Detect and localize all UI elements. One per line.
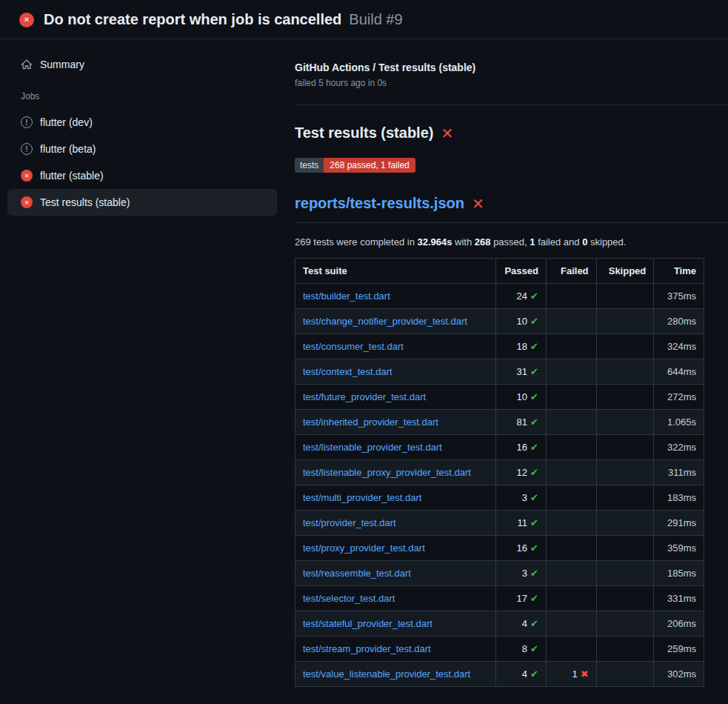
x-circle-icon: ✕: [19, 13, 34, 27]
sidebar-job-item[interactable]: ! flutter (beta): [7, 136, 277, 162]
time-cell: 331ms: [654, 586, 704, 611]
table-row: test/builder_test.dart 24✔ ✖ 375ms: [295, 284, 704, 309]
suite-cell: test/builder_test.dart: [295, 284, 496, 309]
table-row: test/stateful_provider_test.dart 4✔ ✖ 20…: [295, 611, 704, 637]
failed-cell: ✖: [546, 410, 596, 435]
col-passed: Passed: [496, 259, 547, 284]
failed-cell: ✖: [546, 536, 596, 561]
table-row: test/provider_test.dart 11✔ ✖ 291ms: [295, 511, 704, 536]
failed-cell: ✖: [546, 309, 596, 334]
section-title-row: Test results (stable) ✕: [295, 124, 704, 142]
suite-cell: test/listenable_provider_test.dart: [295, 435, 496, 460]
sidebar-job-item[interactable]: ✕ Test results (stable): [7, 189, 277, 216]
check-icon: ✔: [530, 290, 538, 302]
jobs-list: ! flutter (dev) ! flutter (beta) ✕ flutt…: [7, 109, 277, 216]
home-icon: [21, 59, 33, 70]
table-row: test/listenable_provider_test.dart 16✔ ✖…: [295, 435, 704, 460]
passed-cell: 3✔: [496, 561, 547, 586]
sidebar: Summary Jobs ! flutter (dev) ! flutter (…: [0, 39, 284, 216]
time-cell: 206ms: [654, 611, 704, 637]
sidebar-job-item[interactable]: ! flutter (dev): [7, 109, 277, 136]
col-skipped: Skipped: [596, 259, 654, 284]
summary-label: Summary: [40, 59, 84, 70]
test-suite-link[interactable]: test/consumer_test.dart: [303, 341, 404, 352]
failed-cell: ✖: [546, 611, 596, 637]
test-suite-link[interactable]: test/change_notifier_provider_test.dart: [303, 316, 467, 327]
check-icon: ✔: [530, 618, 538, 629]
sidebar-job-label: Test results (stable): [40, 196, 130, 208]
test-suite-link[interactable]: test/selector_test.dart: [303, 593, 395, 604]
table-row: test/proxy_provider_test.dart 16✔ ✖ 359m…: [295, 536, 704, 561]
suite-cell: test/context_test.dart: [295, 359, 496, 385]
run-meta: failed 5 hours ago in 0s: [295, 78, 704, 88]
suite-cell: test/selector_test.dart: [295, 586, 496, 611]
passed-cell: 81✔: [496, 410, 547, 435]
time-cell: 375ms: [654, 284, 704, 309]
suite-cell: test/proxy_provider_test.dart: [295, 536, 496, 561]
passed-cell: 10✔: [496, 309, 547, 334]
report-file-link[interactable]: reports/test-results.json: [295, 195, 464, 212]
skipped-cell: [596, 586, 654, 611]
x-circle-icon: ✕: [21, 196, 33, 208]
skipped-cell: [596, 435, 654, 460]
passed-cell: 31✔: [496, 359, 547, 385]
test-suite-link[interactable]: test/stateful_provider_test.dart: [303, 618, 433, 629]
passed-cell: 16✔: [496, 435, 547, 460]
failed-cell: ✖: [546, 485, 596, 511]
check-icon: ✔: [530, 643, 538, 654]
sidebar-item-summary[interactable]: Summary: [7, 51, 277, 78]
skipped-cell: [596, 359, 654, 385]
test-suite-link[interactable]: test/inherited_provider_test.dart: [303, 416, 438, 428]
table-row: test/inherited_provider_test.dart 81✔ ✖ …: [295, 410, 704, 435]
failed-cell: ✖: [546, 359, 596, 385]
skipped-cell: [596, 385, 654, 410]
failed-cell: 1✖: [546, 662, 596, 687]
check-icon: ✔: [530, 568, 538, 579]
sidebar-job-label: flutter (stable): [40, 170, 104, 182]
table-row: test/selector_test.dart 17✔ ✖ 331ms: [295, 586, 704, 611]
test-suite-link[interactable]: test/stream_provider_test.dart: [303, 643, 431, 654]
check-icon: ✔: [530, 366, 538, 377]
suite-cell: test/reassemble_test.dart: [295, 561, 496, 586]
time-cell: 324ms: [654, 334, 704, 359]
skipped-cell: [596, 334, 654, 359]
test-suite-link[interactable]: test/future_provider_test.dart: [303, 391, 426, 402]
check-icon: ✔: [530, 341, 538, 352]
skipped-cell: [596, 611, 654, 637]
test-suite-link[interactable]: test/listenable_proxy_provider_test.dart: [303, 467, 471, 478]
passed-cell: 4✔: [496, 611, 547, 637]
time-cell: 644ms: [654, 359, 704, 385]
passed-cell: 12✔: [496, 460, 547, 485]
time-cell: 311ms: [654, 460, 704, 485]
test-suite-link[interactable]: test/context_test.dart: [303, 366, 393, 377]
test-suite-link[interactable]: test/value_listenable_provider_test.dart: [303, 668, 470, 680]
run-header: ✕ Do not create report when job is cance…: [0, 0, 728, 39]
divider: [295, 104, 728, 105]
test-suite-link[interactable]: test/builder_test.dart: [303, 290, 390, 302]
time-cell: 259ms: [654, 637, 704, 662]
skipped-cell: [596, 536, 654, 561]
check-icon: ✔: [530, 316, 538, 327]
test-suite-link[interactable]: test/multi_provider_test.dart: [303, 492, 421, 503]
passed-cell: 16✔: [496, 536, 547, 561]
suite-cell: test/inherited_provider_test.dart: [295, 410, 496, 435]
test-suite-link[interactable]: test/proxy_provider_test.dart: [303, 542, 425, 554]
failed-cell: ✖: [546, 561, 596, 586]
col-failed: Failed: [546, 259, 596, 284]
check-icon: ✔: [530, 416, 538, 428]
passed-cell: 24✔: [496, 284, 547, 309]
passed-cell: 11✔: [496, 511, 547, 536]
sidebar-job-item[interactable]: ✕ flutter (stable): [7, 162, 277, 189]
sidebar-job-label: flutter (beta): [40, 143, 96, 155]
test-results-table: Test suite Passed Failed Skipped Time te…: [295, 258, 704, 687]
test-suite-link[interactable]: test/reassemble_test.dart: [303, 568, 411, 579]
time-cell: 1.065s: [654, 410, 704, 435]
test-suite-link[interactable]: test/listenable_provider_test.dart: [303, 442, 442, 453]
col-test-suite: Test suite: [295, 259, 496, 284]
skipped-cell: [596, 309, 654, 334]
suite-cell: test/provider_test.dart: [295, 511, 496, 536]
section-title: Test results (stable): [295, 124, 433, 142]
test-suite-link[interactable]: test/provider_test.dart: [303, 517, 396, 528]
table-row: test/reassemble_test.dart 3✔ ✖ 185ms: [295, 561, 704, 586]
table-row: test/value_listenable_provider_test.dart…: [295, 662, 704, 687]
